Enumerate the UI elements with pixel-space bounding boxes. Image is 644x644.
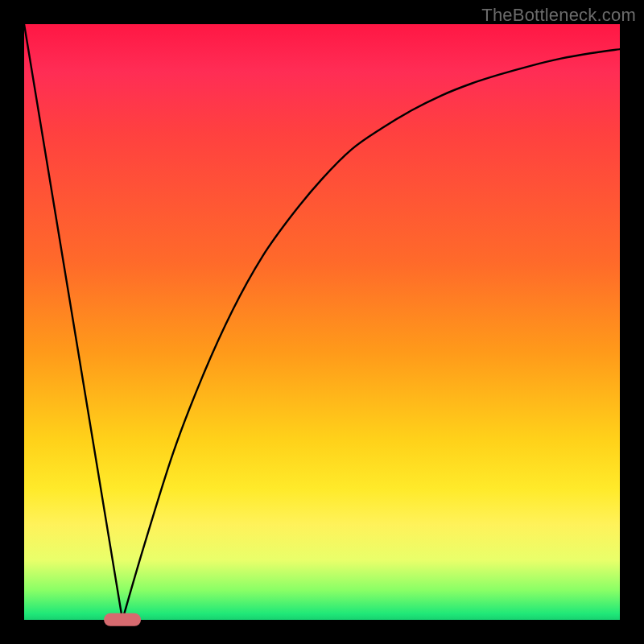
minimum-marker bbox=[104, 613, 141, 626]
curve-left-branch bbox=[24, 24, 122, 620]
watermark-text: TheBottleneck.com bbox=[481, 5, 636, 26]
curve-svg bbox=[24, 24, 620, 620]
curve-right-branch bbox=[122, 49, 620, 620]
plot-area bbox=[24, 24, 620, 620]
chart-root: TheBottleneck.com bbox=[0, 0, 644, 644]
